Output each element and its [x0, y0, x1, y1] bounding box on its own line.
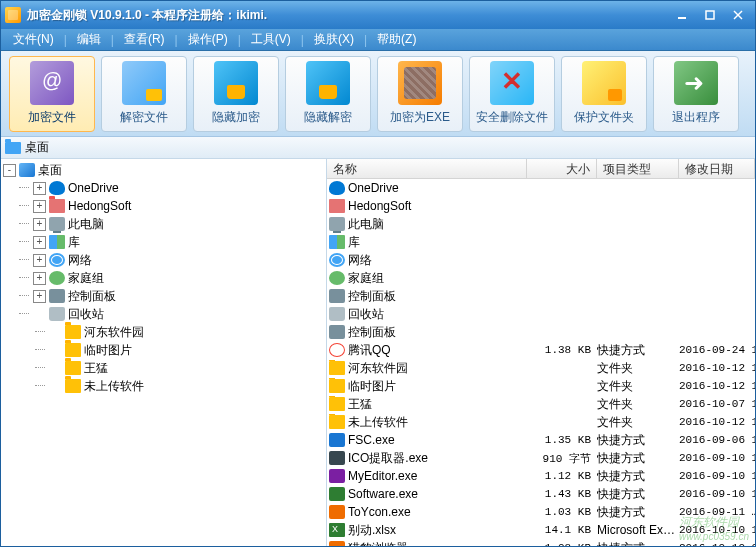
list-row[interactable]: 腾讯QQ1.38 KB快捷方式2016-09-24 1… — [327, 341, 755, 359]
list-row[interactable]: ToYcon.exe1.03 KB快捷方式2016-09-11 … — [327, 503, 755, 521]
tree-expander[interactable]: + — [33, 254, 46, 267]
folder-icon — [329, 397, 345, 411]
list-row[interactable]: 临时图片文件夹2016-10-12 1… — [327, 377, 755, 395]
list-row[interactable]: 回收站 — [327, 305, 755, 323]
list-row[interactable]: Software.exe1.43 KB快捷方式2016-09-10 1… — [327, 485, 755, 503]
menu-item[interactable]: 操作(P) — [180, 29, 236, 50]
file-type: 快捷方式 — [597, 432, 679, 449]
tree-expander[interactable]: + — [33, 272, 46, 285]
col-header-date[interactable]: 修改日期 — [679, 159, 755, 178]
list-row[interactable]: 猎豹浏览器1.08 KB快捷方式2016-10-10 0… — [327, 539, 755, 546]
minimize-button[interactable] — [669, 6, 695, 24]
tree-node[interactable]: 王猛 — [3, 359, 324, 377]
xlsx-icon — [329, 523, 345, 537]
tool-hide-decrypt[interactable]: 隐藏解密 — [285, 56, 371, 132]
file-name: 腾讯QQ — [348, 342, 391, 359]
file-date: 2016-10-12 1… — [679, 416, 755, 428]
tree-node[interactable]: 回收站 — [3, 305, 324, 323]
tool-decrypt-file[interactable]: 解密文件 — [101, 56, 187, 132]
file-size: 1.08 KB — [527, 542, 597, 546]
menu-item[interactable]: 文件(N) — [5, 29, 62, 50]
menu-item[interactable]: 工具(V) — [243, 29, 299, 50]
menu-item[interactable]: 帮助(Z) — [369, 29, 424, 50]
tree-node[interactable]: +网络 — [3, 251, 324, 269]
file-date: 2016-09-10 1… — [679, 452, 755, 464]
list-row[interactable]: FSC.exe1.35 KB快捷方式2016-09-06 1… — [327, 431, 755, 449]
tree-node[interactable]: +OneDrive — [3, 179, 324, 197]
tree-expander[interactable]: + — [33, 200, 46, 213]
tool-safe-delete[interactable]: 安全删除文件 — [469, 56, 555, 132]
col-header-size[interactable]: 大小 — [527, 159, 597, 178]
tree-node[interactable]: +家庭组 — [3, 269, 324, 287]
tree-node-label: 此电脑 — [68, 216, 104, 233]
pc-icon — [329, 217, 345, 231]
hide-encrypt-icon — [214, 61, 258, 105]
file-type: 快捷方式 — [597, 504, 679, 521]
menu-item[interactable]: 换肤(X) — [306, 29, 362, 50]
tree-node[interactable]: +HedongSoft — [3, 197, 324, 215]
list-row[interactable]: 控制面板 — [327, 287, 755, 305]
maximize-button[interactable] — [697, 6, 723, 24]
desktop-icon — [5, 142, 21, 154]
file-name: ToYcon.exe — [348, 505, 411, 519]
list-row[interactable]: 控制面板 — [327, 323, 755, 341]
list-panel: 名称 大小 项目类型 修改日期 OneDriveHedongSoft此电脑库网络… — [327, 159, 755, 546]
tree-expander[interactable]: + — [33, 182, 46, 195]
list-row[interactable]: 未上传软件文件夹2016-10-12 1… — [327, 413, 755, 431]
tree-node-label: 桌面 — [38, 162, 62, 179]
tree-expander[interactable]: + — [33, 236, 46, 249]
tree-node[interactable]: 未上传软件 — [3, 377, 324, 395]
tree-expander[interactable]: + — [33, 290, 46, 303]
tool-protect-folder[interactable]: 保护文件夹 — [561, 56, 647, 132]
tool-exit[interactable]: 退出程序 — [653, 56, 739, 132]
onedrive-icon — [49, 181, 65, 195]
svg-rect-1 — [706, 11, 714, 19]
list-row[interactable]: 别动.xlsx14.1 KBMicrosoft Ex…2016-10-10 1… — [327, 521, 755, 539]
col-header-name[interactable]: 名称 — [327, 159, 527, 178]
list-row[interactable]: 网络 — [327, 251, 755, 269]
file-date: 2016-09-10 1… — [679, 470, 755, 482]
list-row[interactable]: 王猛文件夹2016-10-07 1… — [327, 395, 755, 413]
file-size: 1.35 KB — [527, 434, 597, 446]
list-row[interactable]: HedongSoft — [327, 197, 755, 215]
tool-encrypt-file[interactable]: 加密文件 — [9, 56, 95, 132]
file-name: 网络 — [348, 252, 372, 269]
app-icon — [5, 7, 21, 23]
tree-node[interactable]: +此电脑 — [3, 215, 324, 233]
file-name: 家庭组 — [348, 270, 384, 287]
list-row[interactable]: 库 — [327, 233, 755, 251]
list-row[interactable]: OneDrive — [327, 179, 755, 197]
list-row[interactable]: 此电脑 — [327, 215, 755, 233]
qq-icon — [329, 343, 345, 357]
list-row[interactable]: ICO提取器.exe910 字节快捷方式2016-09-10 1… — [327, 449, 755, 467]
tool-hide-encrypt[interactable]: 隐藏加密 — [193, 56, 279, 132]
list-row[interactable]: 家庭组 — [327, 269, 755, 287]
file-size: 1.12 KB — [527, 470, 597, 482]
list-row[interactable]: MyEditor.exe1.12 KB快捷方式2016-09-10 1… — [327, 467, 755, 485]
exe-orange-icon — [329, 541, 345, 546]
file-name: 未上传软件 — [348, 414, 408, 431]
tree-expander[interactable]: + — [33, 218, 46, 231]
tree-expander[interactable]: - — [3, 164, 16, 177]
close-button[interactable] — [725, 6, 751, 24]
list-row[interactable]: 河东软件园文件夹2016-10-12 1… — [327, 359, 755, 377]
tool-label: 加密为EXE — [390, 109, 450, 126]
tree-node-label: 库 — [68, 234, 80, 251]
file-date: 2016-09-06 1… — [679, 434, 755, 446]
col-header-type[interactable]: 项目类型 — [597, 159, 679, 178]
file-name: 临时图片 — [348, 378, 396, 395]
file-name: 王猛 — [348, 396, 372, 413]
menu-item[interactable]: 查看(R) — [116, 29, 173, 50]
tree-node-label: 王猛 — [84, 360, 108, 377]
menu-item[interactable]: 编辑 — [69, 29, 109, 50]
exe-blue-icon — [329, 433, 345, 447]
tool-encrypt-exe[interactable]: 加密为EXE — [377, 56, 463, 132]
pathbar[interactable]: 桌面 — [1, 137, 755, 159]
tree-node[interactable]: 河东软件园 — [3, 323, 324, 341]
tree-node[interactable]: +控制面板 — [3, 287, 324, 305]
tree-node[interactable]: 临时图片 — [3, 341, 324, 359]
tree-node[interactable]: -桌面 — [3, 161, 324, 179]
file-type: 快捷方式 — [597, 540, 679, 547]
file-date: 2016-09-11 … — [679, 506, 755, 518]
tree-node[interactable]: +库 — [3, 233, 324, 251]
